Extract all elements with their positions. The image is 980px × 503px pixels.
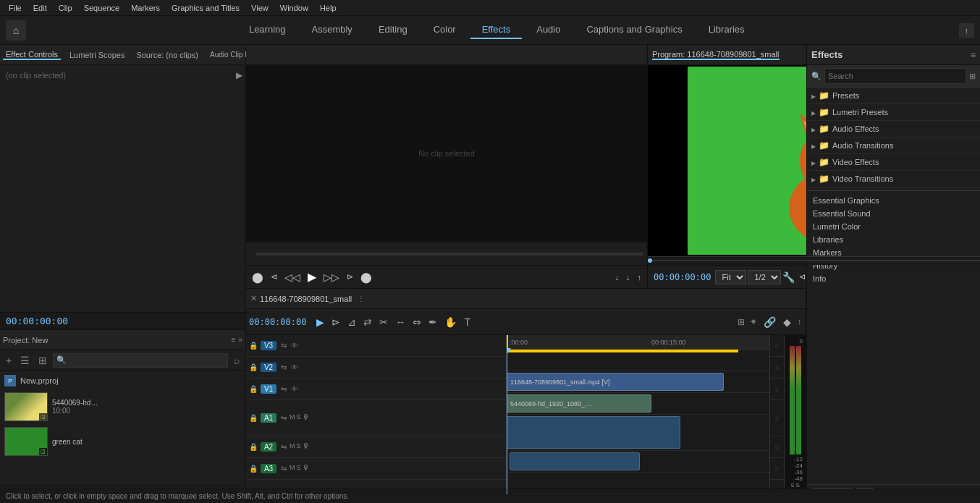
timeline-ripple-tool[interactable]: ⊿ [345,315,359,329]
tab-effects[interactable]: Effects [470,21,523,39]
v3-lock-icon[interactable]: 🔒 [249,342,258,350]
a1-solo-button[interactable]: S [297,413,301,423]
source-play-button[interactable]: ▶ [305,269,319,285]
tab-libraries[interactable]: Libraries [697,21,756,39]
effect-group-audio-effects-header[interactable]: 📁 Audio Effects [807,121,980,137]
v2-eye-icon[interactable]: 👁 [290,363,300,372]
timeline-filter-button[interactable]: ⊞ [736,316,746,329]
track-label-v2[interactable]: V2 [261,363,276,372]
source-insert-button[interactable]: ↓ [612,271,622,283]
timeline-track-select-tool[interactable]: ⊳ [329,315,343,329]
effect-group-presets-header[interactable]: 📁 Presets [807,88,980,103]
project-find-button[interactable]: ⌕ [231,353,242,368]
project-panel-menu[interactable]: » [238,336,242,344]
source-step-fwd-button[interactable]: ⊳ [344,271,356,283]
clip-a2-main[interactable] [510,452,640,470]
v2-lock-icon[interactable]: 🔒 [249,363,258,371]
clip-a1-main[interactable] [507,416,680,449]
v1-eye-icon[interactable]: 👁 [290,384,300,394]
effects-panel-menu-icon[interactable]: ≡ [971,50,976,60]
effect-group-video-effects-header[interactable]: 📁 Video Effects [807,154,980,170]
a3-mic-icon[interactable]: 🎙 [303,464,310,473]
a3-end-icon[interactable]: ○ [775,465,779,473]
tab-learning[interactable]: Learning [237,21,297,39]
a2-sync-icon[interactable]: ⇆ [279,442,288,452]
source-step-back-button[interactable]: ⊲ [268,271,280,283]
tab-source[interactable]: Source: (no clips) [133,51,201,59]
track-label-a1[interactable]: A1 [261,413,276,423]
effect-group-lumetri-header[interactable]: 📁 Lumetri Presets [807,104,980,120]
clip-v2-main[interactable]: 116648-708909801_small.mp4 [V] [507,373,724,391]
a1-end-icon[interactable]: ○ [775,415,779,422]
tab-audio[interactable]: Audio [525,21,572,39]
a1-mute-button[interactable]: M [290,413,295,423]
timeline-type-tool[interactable]: T [461,315,473,329]
source-next-frame-button[interactable]: ▷▷ [321,270,342,284]
a2-mic-icon[interactable]: 🎙 [303,442,310,452]
panel-lumetri-color[interactable]: Lumetri Color [807,220,980,233]
project-icon-view-toggle[interactable]: ⊞ [35,353,50,368]
program-wrench-button[interactable]: 🔧 [782,271,795,283]
panel-libraries[interactable]: Libraries [807,233,980,246]
track-label-a2[interactable]: A2 [261,442,276,452]
source-prev-frame-button[interactable]: ◁◁ [282,270,303,284]
v2-end-icon[interactable]: ○ [775,364,779,371]
clip-v1-main[interactable]: 5440069-hd_1920_1080_… [507,394,651,413]
effect-group-audio-transitions-header[interactable]: 📁 Audio Transitions [807,138,980,153]
track-label-a3[interactable]: A3 [261,464,276,473]
program-scrubber[interactable] [648,256,980,265]
panel-essential-sound[interactable]: Essential Sound [807,207,980,220]
timeline-markers-button[interactable]: ◆ [780,315,794,329]
a3-mute-button[interactable]: M [290,464,295,473]
project-search-input[interactable] [67,356,224,365]
project-list-view-icon[interactable]: ≡ [232,336,236,344]
a2-end-icon[interactable]: ○ [775,444,779,451]
home-button[interactable]: ⌂ [6,20,26,41]
tab-assembly[interactable]: Assembly [300,21,364,39]
source-export-button[interactable]: ↑ [635,271,645,283]
a2-solo-button[interactable]: S [297,442,301,452]
timeline-rolling-tool[interactable]: ⇄ [360,315,375,329]
timeline-slide-tool[interactable]: ⇔ [410,315,424,329]
tab-editing[interactable]: Editing [367,21,419,39]
timeline-slip-tool[interactable]: ↔ [392,315,408,329]
timeline-pen-tool[interactable]: ✒ [426,315,440,329]
project-new-item-button[interactable]: + [3,353,14,368]
timeline-select-tool[interactable]: ▶ [313,315,327,329]
v3-end-icon[interactable]: ○ [775,342,779,350]
menu-view[interactable]: View [245,4,274,12]
v1-end-icon[interactable]: ○ [775,386,779,393]
a3-sync-icon[interactable]: ⇆ [279,464,288,473]
v1-lock-icon[interactable]: 🔒 [249,385,258,393]
panel-essential-graphics[interactable]: Essential Graphics [807,194,980,207]
timeline-snap-button[interactable]: ⌖ [748,314,759,329]
source-overwrite-button[interactable]: ↓ [623,271,633,283]
a1-mic-icon[interactable]: 🎙 [303,413,310,423]
share-button[interactable]: ↑ [959,23,975,38]
timeline-menu-icon[interactable]: ⋮ [358,295,365,303]
timeline-hand-tool[interactable]: ✋ [442,315,460,329]
program-quality-dropdown[interactable]: 1/2 [748,270,781,284]
timeline-razor-tool[interactable]: ✂ [376,315,391,329]
a2-mute-button[interactable]: M [290,442,295,452]
menu-sequence[interactable]: Sequence [78,4,126,12]
v3-eye-icon[interactable]: 👁 [290,341,300,350]
timeline-close-icon[interactable]: ✕ [250,294,257,303]
a1-sync-icon[interactable]: ⇆ [279,413,288,423]
menu-edit[interactable]: Edit [28,4,53,12]
v1-sync-icon[interactable]: ⇆ [279,384,288,394]
project-list-toggle[interactable]: ☰ [17,353,33,368]
timeline-export-button[interactable]: ↑ [795,316,803,329]
track-label-v3[interactable]: V3 [261,341,276,350]
v3-sync-icon[interactable]: ⇆ [279,341,288,350]
effects-search-input[interactable] [824,68,966,84]
effects-icon-button[interactable]: ⊞ [969,72,976,81]
a1-lock-icon[interactable]: 🔒 [249,414,258,422]
a2-lock-icon[interactable]: 🔒 [249,443,258,451]
menu-file[interactable]: File [3,4,28,12]
timeline-linked-selection[interactable]: 🔗 [761,315,779,329]
source-mark-out-button[interactable]: ⬤ [358,270,375,284]
a3-solo-button[interactable]: S [297,464,301,473]
effect-group-video-transitions-header[interactable]: 📁 Video Transitions [807,171,980,187]
menu-clip[interactable]: Clip [53,4,78,12]
